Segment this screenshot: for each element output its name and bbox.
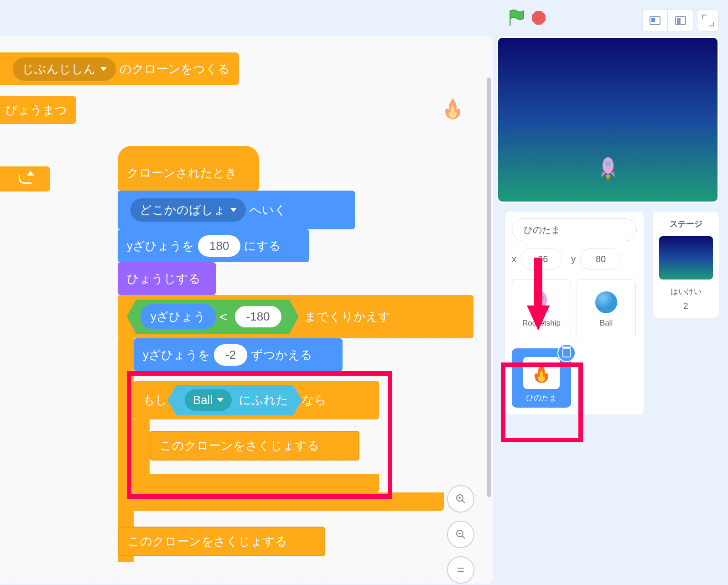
zoom-out-button[interactable]: [447, 521, 474, 548]
stop-button[interactable]: [532, 11, 546, 25]
stage-backdrop-panel: ステージ はいけい 2: [653, 212, 719, 318]
backdrop-count: 2: [657, 301, 714, 311]
stage-preview[interactable]: [497, 36, 719, 203]
change-y-block[interactable]: yざひょうを -2 ずつかえる: [134, 338, 343, 371]
trash-icon: [562, 348, 571, 357]
ball-icon: [594, 290, 619, 315]
block-text: にする: [244, 238, 281, 254]
spawn-block[interactable]: びょうまつ: [0, 96, 76, 124]
large-stage-button[interactable]: [668, 10, 693, 31]
y-position-reporter[interactable]: yざひょう: [140, 304, 216, 329]
block-text: yざひょうを: [143, 347, 210, 363]
sprite-panel: x y Rocketship Ball: [505, 212, 644, 414]
delete-clone-block-2[interactable]: このクローンをさくじょする: [118, 527, 325, 556]
block-text: このクローンをさくじょする: [128, 533, 287, 549]
show-block[interactable]: ひょうじする: [118, 262, 216, 295]
chevron-down-icon: [217, 398, 224, 402]
block-text: ひょうじする: [127, 271, 201, 287]
delete-sprite-button[interactable]: [557, 344, 576, 362]
small-stage-button[interactable]: [643, 10, 668, 31]
chevron-down-icon: [100, 67, 107, 71]
block-text: yざひょうを: [127, 238, 194, 254]
goto-block[interactable]: どこかのばしょ へいく: [118, 191, 355, 229]
repeat-until-block[interactable]: yざひょう < -180 までくりかえす: [118, 295, 473, 338]
fire-icon: [530, 362, 553, 384]
fullscreen-button[interactable]: [697, 10, 719, 31]
block-text: のクローンをつくる: [120, 61, 230, 77]
svg-rect-5: [534, 258, 542, 308]
block-text: びょうまつ: [5, 102, 67, 118]
clone-target-dropdown[interactable]: じぶんじしん: [13, 57, 116, 81]
y-label: y: [571, 254, 576, 264]
backdrop-thumbnail[interactable]: [659, 236, 713, 280]
stage-title: ステージ: [657, 218, 714, 229]
touching-hex[interactable]: Ball にふれた: [167, 385, 302, 415]
green-flag-button[interactable]: [509, 9, 525, 26]
zoom-in-button[interactable]: [447, 485, 474, 513]
x-label: x: [512, 254, 516, 264]
set-y-block[interactable]: yざひょうを 180 にする: [118, 229, 309, 262]
block-text: なら: [302, 392, 327, 408]
stage-layout-group: [642, 9, 693, 32]
svg-line-7: [462, 500, 465, 503]
block-text: ずつかえる: [251, 347, 312, 363]
if-block[interactable]: もし Ball にふれた なら: [134, 381, 379, 419]
delete-clone-block[interactable]: このクローンをさくじょする: [150, 431, 359, 461]
block-fragment[interactable]: [0, 166, 50, 192]
when-cloned-hat[interactable]: クローンされたとき: [118, 146, 259, 191]
svg-line-11: [462, 536, 465, 538]
annotation-arrow: [527, 258, 550, 331]
compare-value-input[interactable]: -180: [235, 306, 281, 327]
sprite-watermark: [440, 96, 465, 121]
sprite-item-hinotama[interactable]: ひのたま: [512, 348, 571, 408]
equals-icon: =: [457, 563, 464, 577]
sprite-item-ball[interactable]: Ball: [577, 279, 636, 338]
magnify-plus-icon: [455, 493, 466, 504]
y-input[interactable]: [580, 248, 621, 270]
touching-dropdown[interactable]: Ball: [185, 389, 232, 411]
sprite-label: Ball: [600, 319, 613, 328]
create-clone-block[interactable]: じぶんじしん のクローンをつくる: [0, 52, 239, 85]
block-text: このクローンをさくじょする: [160, 438, 319, 454]
block-text: までくりかえす: [304, 309, 390, 325]
svg-point-1: [605, 161, 611, 166]
script-workspace[interactable]: じぶんじしん のクローンをつくる びょうまつ クローンされたとき どこかのばしょ…: [0, 36, 493, 584]
zoom-reset-button[interactable]: =: [447, 556, 474, 584]
workspace-scrollbar[interactable]: [487, 78, 491, 497]
backdrop-label: はいけい: [657, 286, 714, 297]
set-y-value-input[interactable]: 180: [198, 235, 240, 257]
goto-dropdown[interactable]: どこかのばしょ: [130, 198, 246, 222]
sprite-name-input[interactable]: [512, 218, 637, 241]
loop-arrow-icon: [19, 175, 31, 184]
condition-hex[interactable]: yざひょう < -180: [127, 300, 299, 334]
sprite-label: ひのたま: [526, 393, 557, 403]
change-y-value-input[interactable]: -2: [214, 344, 247, 366]
rocket-sprite-on-stage: [599, 155, 617, 181]
svg-point-4: [595, 291, 617, 313]
operator-text: <: [219, 309, 228, 325]
block-text: クローンされたとき: [127, 165, 237, 181]
block-text: へいく: [250, 202, 286, 218]
magnify-minus-icon: [455, 529, 466, 540]
block-text: もし: [143, 392, 167, 408]
chevron-down-icon: [230, 208, 237, 212]
